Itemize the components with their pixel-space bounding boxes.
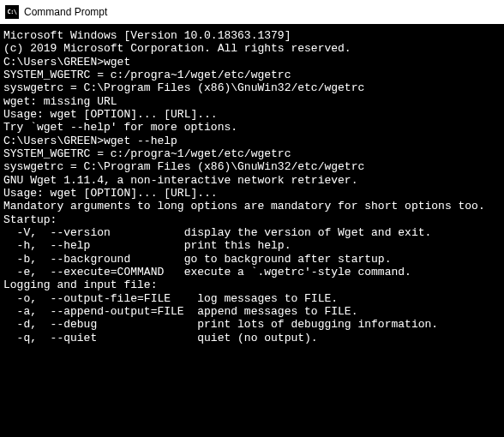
terminal-line: syswgetrc = C:\Program Files (x86)\GnuWi… xyxy=(3,160,501,173)
terminal-output[interactable]: Microsoft Windows [Version 10.0.18363.13… xyxy=(0,24,504,437)
terminal-line: Usage: wget [OPTION]... [URL]... xyxy=(3,108,501,121)
terminal-line: GNU Wget 1.11.4, a non-interactive netwo… xyxy=(3,174,501,187)
terminal-line: syswgetrc = C:\Program Files (x86)\GnuWi… xyxy=(3,81,501,94)
terminal-line: Microsoft Windows [Version 10.0.18363.13… xyxy=(3,29,501,42)
terminal-line: -d, --debug print lots of debugging info… xyxy=(3,318,501,331)
terminal-line: (c) 2019 Microsoft Corporation. All righ… xyxy=(3,42,501,55)
terminal-line: -o, --output-file=FILE log messages to F… xyxy=(3,292,501,305)
terminal-line: C:\Users\GREEN>wget --help xyxy=(3,135,501,147)
terminal-line: Try `wget --help' for more options. xyxy=(3,121,501,134)
terminal-line: -e, --execute=COMMAND execute a `.wgetrc… xyxy=(3,266,501,278)
terminal-line: C:\Users\GREEN>wget xyxy=(3,56,501,69)
window-title: Command Prompt xyxy=(24,6,107,18)
terminal-line: -b, --background go to background after … xyxy=(3,253,501,266)
terminal-line: -V, --version display the version of Wge… xyxy=(3,226,501,239)
terminal-line: SYSTEM_WGETRC = c:/progra~1/wget/etc/wge… xyxy=(3,147,501,160)
terminal-line: Mandatory arguments to long options are … xyxy=(3,200,501,213)
command-prompt-icon: C:\ xyxy=(5,5,19,19)
terminal-line: Usage: wget [OPTION]... [URL]... xyxy=(3,187,501,200)
terminal-line: wget: missing URL xyxy=(3,95,501,108)
terminal-line: -h, --help print this help. xyxy=(3,239,501,252)
terminal-line: -q, --quiet quiet (no output). xyxy=(3,332,501,344)
terminal-line: Logging and input file: xyxy=(3,278,501,291)
terminal-line: SYSTEM_WGETRC = c:/progra~1/wget/etc/wge… xyxy=(3,69,501,81)
terminal-line: -a, --append-output=FILE append messages… xyxy=(3,305,501,318)
window-titlebar[interactable]: C:\ Command Prompt xyxy=(0,0,504,24)
terminal-line: Startup: xyxy=(3,213,501,226)
